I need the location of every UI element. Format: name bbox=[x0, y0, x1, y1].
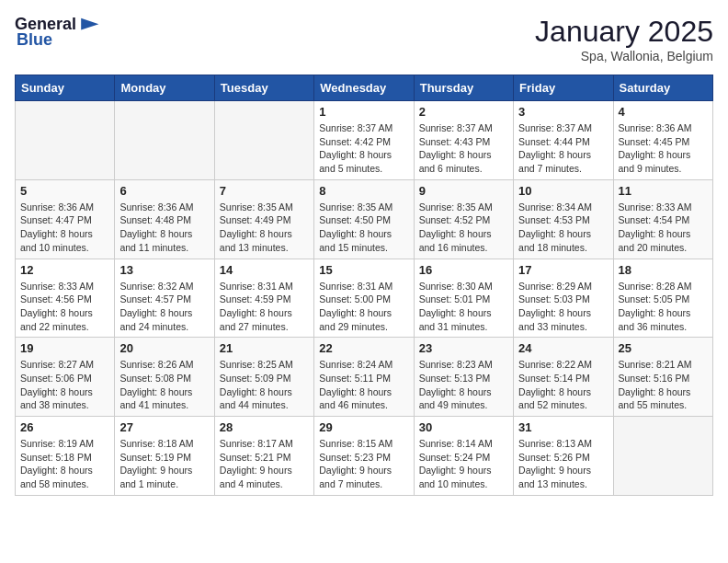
calendar-cell: 28Sunrise: 8:17 AM Sunset: 5:21 PM Dayli… bbox=[214, 417, 313, 496]
calendar-cell: 14Sunrise: 8:31 AM Sunset: 4:59 PM Dayli… bbox=[214, 259, 313, 338]
day-of-week-header: Thursday bbox=[414, 75, 513, 101]
day-number: 1 bbox=[319, 105, 408, 119]
day-number: 19 bbox=[20, 341, 109, 355]
day-number: 30 bbox=[419, 420, 508, 434]
calendar-cell: 15Sunrise: 8:31 AM Sunset: 5:00 PM Dayli… bbox=[314, 259, 414, 338]
calendar-cell: 26Sunrise: 8:19 AM Sunset: 5:18 PM Dayli… bbox=[16, 417, 115, 496]
day-number: 8 bbox=[319, 184, 408, 198]
day-number: 6 bbox=[119, 184, 209, 198]
day-number: 3 bbox=[518, 105, 608, 119]
day-of-week-header: Saturday bbox=[613, 75, 712, 101]
calendar-cell: 11Sunrise: 8:33 AM Sunset: 4:54 PM Dayli… bbox=[613, 179, 712, 259]
location-subtitle: Spa, Wallonia, Belgium bbox=[535, 49, 713, 63]
day-info: Sunrise: 8:33 AM Sunset: 4:56 PM Dayligh… bbox=[20, 280, 109, 334]
calendar-cell bbox=[16, 101, 115, 180]
day-number: 4 bbox=[619, 105, 708, 119]
day-number: 5 bbox=[20, 184, 109, 198]
day-info: Sunrise: 8:37 AM Sunset: 4:44 PM Dayligh… bbox=[518, 121, 608, 176]
calendar-cell: 13Sunrise: 8:32 AM Sunset: 4:57 PM Dayli… bbox=[115, 259, 214, 338]
day-number: 13 bbox=[119, 263, 209, 277]
day-number: 25 bbox=[619, 341, 708, 355]
day-info: Sunrise: 8:35 AM Sunset: 4:49 PM Dayligh… bbox=[220, 201, 309, 255]
day-info: Sunrise: 8:23 AM Sunset: 5:13 PM Dayligh… bbox=[419, 358, 508, 412]
day-number: 17 bbox=[518, 263, 608, 277]
page-header: General Blue January 2025 Spa, Wallonia,… bbox=[15, 15, 713, 63]
calendar-week-row: 5Sunrise: 8:36 AM Sunset: 4:47 PM Daylig… bbox=[16, 179, 713, 259]
calendar-cell: 25Sunrise: 8:21 AM Sunset: 5:16 PM Dayli… bbox=[613, 338, 712, 417]
calendar-cell: 30Sunrise: 8:14 AM Sunset: 5:24 PM Dayli… bbox=[414, 417, 513, 496]
day-number: 28 bbox=[220, 420, 309, 434]
day-info: Sunrise: 8:37 AM Sunset: 4:42 PM Dayligh… bbox=[319, 121, 408, 176]
day-number: 27 bbox=[119, 420, 209, 434]
calendar-table: SundayMondayTuesdayWednesdayThursdayFrid… bbox=[15, 75, 713, 496]
day-number: 11 bbox=[619, 184, 708, 198]
calendar-cell: 3Sunrise: 8:37 AM Sunset: 4:44 PM Daylig… bbox=[514, 101, 613, 180]
day-info: Sunrise: 8:25 AM Sunset: 5:09 PM Dayligh… bbox=[220, 358, 309, 412]
day-info: Sunrise: 8:19 AM Sunset: 5:18 PM Dayligh… bbox=[20, 437, 109, 491]
day-of-week-header: Tuesday bbox=[214, 75, 313, 101]
logo-blue: Blue bbox=[17, 30, 52, 50]
calendar-cell: 5Sunrise: 8:36 AM Sunset: 4:47 PM Daylig… bbox=[16, 179, 115, 259]
day-number: 12 bbox=[20, 263, 109, 277]
calendar-week-row: 19Sunrise: 8:27 AM Sunset: 5:06 PM Dayli… bbox=[16, 338, 713, 417]
svg-marker-0 bbox=[81, 17, 98, 29]
day-number: 14 bbox=[220, 263, 309, 277]
calendar-week-row: 1Sunrise: 8:37 AM Sunset: 4:42 PM Daylig… bbox=[16, 101, 713, 180]
day-number: 26 bbox=[20, 420, 109, 434]
day-info: Sunrise: 8:37 AM Sunset: 4:43 PM Dayligh… bbox=[419, 121, 508, 176]
day-info: Sunrise: 8:36 AM Sunset: 4:47 PM Dayligh… bbox=[20, 201, 109, 255]
logo-flag-icon bbox=[78, 16, 100, 34]
calendar-cell: 16Sunrise: 8:30 AM Sunset: 5:01 PM Dayli… bbox=[414, 259, 513, 338]
calendar-cell: 23Sunrise: 8:23 AM Sunset: 5:13 PM Dayli… bbox=[414, 338, 513, 417]
calendar-cell: 24Sunrise: 8:22 AM Sunset: 5:14 PM Dayli… bbox=[514, 338, 613, 417]
day-info: Sunrise: 8:24 AM Sunset: 5:11 PM Dayligh… bbox=[319, 358, 408, 412]
calendar-cell: 9Sunrise: 8:35 AM Sunset: 4:52 PM Daylig… bbox=[414, 179, 513, 259]
calendar-cell: 21Sunrise: 8:25 AM Sunset: 5:09 PM Dayli… bbox=[214, 338, 313, 417]
calendar-header-row: SundayMondayTuesdayWednesdayThursdayFrid… bbox=[16, 75, 713, 101]
calendar-cell: 4Sunrise: 8:36 AM Sunset: 4:45 PM Daylig… bbox=[613, 101, 712, 180]
calendar-cell: 10Sunrise: 8:34 AM Sunset: 4:53 PM Dayli… bbox=[514, 179, 613, 259]
calendar-cell: 19Sunrise: 8:27 AM Sunset: 5:06 PM Dayli… bbox=[16, 338, 115, 417]
day-info: Sunrise: 8:28 AM Sunset: 5:05 PM Dayligh… bbox=[619, 280, 708, 334]
day-info: Sunrise: 8:21 AM Sunset: 5:16 PM Dayligh… bbox=[619, 358, 708, 412]
calendar-cell: 18Sunrise: 8:28 AM Sunset: 5:05 PM Dayli… bbox=[613, 259, 712, 338]
day-info: Sunrise: 8:26 AM Sunset: 5:08 PM Dayligh… bbox=[119, 358, 209, 412]
day-info: Sunrise: 8:17 AM Sunset: 5:21 PM Dayligh… bbox=[220, 437, 309, 491]
day-info: Sunrise: 8:22 AM Sunset: 5:14 PM Dayligh… bbox=[518, 358, 608, 412]
day-info: Sunrise: 8:27 AM Sunset: 5:06 PM Dayligh… bbox=[20, 358, 109, 412]
day-number: 18 bbox=[619, 263, 708, 277]
calendar-cell: 27Sunrise: 8:18 AM Sunset: 5:19 PM Dayli… bbox=[115, 417, 214, 496]
day-info: Sunrise: 8:31 AM Sunset: 4:59 PM Dayligh… bbox=[220, 280, 309, 334]
calendar-cell: 22Sunrise: 8:24 AM Sunset: 5:11 PM Dayli… bbox=[314, 338, 414, 417]
day-of-week-header: Wednesday bbox=[314, 75, 414, 101]
day-number: 22 bbox=[319, 341, 408, 355]
day-info: Sunrise: 8:32 AM Sunset: 4:57 PM Dayligh… bbox=[119, 280, 209, 334]
calendar-cell: 12Sunrise: 8:33 AM Sunset: 4:56 PM Dayli… bbox=[16, 259, 115, 338]
logo: General Blue bbox=[15, 15, 100, 50]
day-number: 16 bbox=[419, 263, 508, 277]
calendar-cell: 8Sunrise: 8:35 AM Sunset: 4:50 PM Daylig… bbox=[314, 179, 414, 259]
day-of-week-header: Monday bbox=[115, 75, 214, 101]
calendar-cell: 17Sunrise: 8:29 AM Sunset: 5:03 PM Dayli… bbox=[514, 259, 613, 338]
day-info: Sunrise: 8:30 AM Sunset: 5:01 PM Dayligh… bbox=[419, 280, 508, 334]
day-info: Sunrise: 8:34 AM Sunset: 4:53 PM Dayligh… bbox=[518, 201, 608, 255]
day-number: 9 bbox=[419, 184, 508, 198]
calendar-cell: 7Sunrise: 8:35 AM Sunset: 4:49 PM Daylig… bbox=[214, 179, 313, 259]
calendar-cell bbox=[214, 101, 313, 180]
day-number: 23 bbox=[419, 341, 508, 355]
day-info: Sunrise: 8:18 AM Sunset: 5:19 PM Dayligh… bbox=[119, 437, 209, 491]
day-info: Sunrise: 8:36 AM Sunset: 4:48 PM Dayligh… bbox=[119, 201, 209, 255]
day-info: Sunrise: 8:31 AM Sunset: 5:00 PM Dayligh… bbox=[319, 280, 408, 334]
day-of-week-header: Sunday bbox=[16, 75, 115, 101]
calendar-cell: 20Sunrise: 8:26 AM Sunset: 5:08 PM Dayli… bbox=[115, 338, 214, 417]
day-info: Sunrise: 8:35 AM Sunset: 4:52 PM Dayligh… bbox=[419, 201, 508, 255]
day-number: 21 bbox=[220, 341, 309, 355]
day-number: 20 bbox=[119, 341, 209, 355]
day-info: Sunrise: 8:15 AM Sunset: 5:23 PM Dayligh… bbox=[319, 437, 408, 491]
day-of-week-header: Friday bbox=[514, 75, 613, 101]
calendar-cell bbox=[115, 101, 214, 180]
calendar-week-row: 26Sunrise: 8:19 AM Sunset: 5:18 PM Dayli… bbox=[16, 417, 713, 496]
day-number: 7 bbox=[220, 184, 309, 198]
calendar-cell: 2Sunrise: 8:37 AM Sunset: 4:43 PM Daylig… bbox=[414, 101, 513, 180]
month-title: January 2025 bbox=[535, 15, 713, 49]
